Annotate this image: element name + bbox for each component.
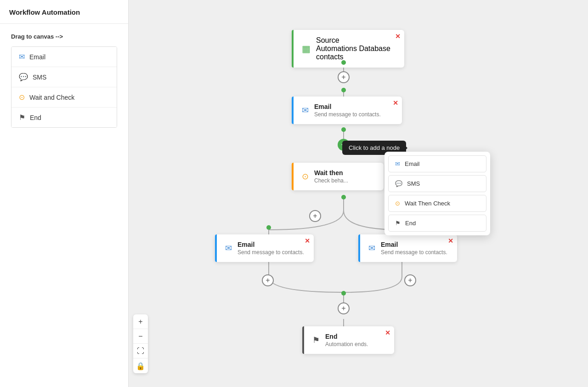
picker-sms[interactable]: 💬 SMS [388, 175, 486, 192]
wait1-text: Wait then Check beha... [314, 169, 348, 184]
sidebar-item-end-label: End [30, 114, 41, 121]
email1-close-button[interactable]: ✕ [393, 99, 398, 107]
sms-icon: 💬 [19, 73, 28, 81]
picker-wait-label: Wait Then Check [405, 200, 450, 207]
email2-text: Email Send message to contacts. [237, 241, 304, 256]
picker-email[interactable]: ✉ Email [388, 155, 486, 172]
email-icon: ✉ [19, 52, 25, 61]
source-node-title: Source [316, 36, 397, 45]
sidebar-item-email[interactable]: ✉ Email [11, 47, 117, 67]
sidebar-items-box: ✉ Email 💬 SMS ⊙ Wait and Check ⚑ End [11, 46, 117, 128]
end1-close-button[interactable]: ✕ [385, 329, 390, 336]
email3-title: Email [381, 241, 447, 248]
wait1-icon: ⊙ [302, 171, 309, 182]
end1-text: End Automation ends. [325, 333, 368, 347]
add-node-btn-left[interactable]: + [309, 210, 321, 222]
tooltip-text: Click to add a node [349, 144, 400, 151]
connector-dot-merge [341, 291, 346, 296]
sidebar-item-sms[interactable]: 💬 SMS [11, 67, 117, 87]
sidebar-item-wait-label: Wait and Check [29, 94, 74, 101]
email-node-1: ✉ Email Send message to contacts. ✕ [292, 97, 402, 124]
picker-sms-icon: 💬 [395, 180, 402, 187]
end1-border [302, 326, 304, 354]
connector-dot-4 [341, 195, 346, 199]
zoom-out-button[interactable]: − [133, 329, 148, 344]
sidebar-item-wait[interactable]: ⊙ Wait and Check [11, 87, 117, 108]
email1-border [292, 97, 294, 124]
email1-subtitle: Send message to contacts. [314, 111, 381, 118]
sidebar-item-sms-label: SMS [33, 74, 46, 81]
canvas-area: ▦ Source Automations Database contacts ✕… [129, 0, 588, 387]
source-node-text: Source Automations Database contacts [316, 36, 397, 61]
email3-border [358, 234, 360, 262]
zoom-controls: + − ⛶ 🔒 [133, 314, 148, 373]
canvas: ▦ Source Automations Database contacts ✕… [129, 0, 588, 387]
picker-end-label: End [405, 220, 416, 227]
sidebar-item-end[interactable]: ⚑ End [11, 108, 117, 127]
connector-dot-5 [266, 225, 271, 230]
source-node-icon: ▦ [302, 43, 311, 54]
drag-label: Drag to canvas --> [0, 24, 128, 46]
app-title: Workflow Automation [0, 0, 128, 24]
add-node-btn-1[interactable]: + [338, 71, 350, 83]
picker-sms-label: SMS [407, 180, 420, 187]
end1-title: End [325, 333, 368, 340]
email2-subtitle: Send message to contacts. [237, 249, 304, 256]
source-node-subtitle: Automations Database contacts [316, 45, 397, 61]
email3-text: Email Send message to contacts. [381, 241, 447, 256]
email1-icon: ✉ [302, 105, 309, 115]
node-picker: ✉ Email 💬 SMS ⊙ Wait Then Check ⚑ End [384, 152, 490, 235]
picker-email-icon: ✉ [395, 160, 400, 167]
wait1-border [292, 163, 294, 190]
wait1-title: Wait then [314, 169, 348, 176]
zoom-lock-button[interactable]: 🔒 [133, 359, 148, 373]
email2-close-button[interactable]: ✕ [305, 237, 310, 245]
email1-title: Email [314, 103, 381, 110]
wait1-subtitle: Check beha... [314, 177, 348, 184]
add-node-btn-left2[interactable]: + [262, 274, 274, 286]
add-node-btn-right2[interactable]: + [404, 274, 416, 286]
email2-icon: ✉ [225, 243, 232, 253]
source-close-button[interactable]: ✕ [395, 33, 401, 40]
email3-icon: ✉ [368, 243, 375, 253]
sidebar: Workflow Automation Drag to canvas --> ✉… [0, 0, 129, 387]
source-node: ▦ Source Automations Database contacts ✕ [292, 30, 404, 68]
wait-node-1: ⊙ Wait then Check beha... [292, 163, 384, 190]
email3-close-button[interactable]: ✕ [448, 237, 453, 245]
end1-icon: ⚑ [312, 335, 320, 345]
sidebar-item-email-label: Email [29, 53, 45, 61]
email2-border [215, 234, 217, 262]
email3-subtitle: Send message to contacts. [381, 249, 447, 256]
email-node-2: ✉ Email Send message to contacts. ✕ [215, 234, 314, 262]
picker-wait[interactable]: ⊙ Wait Then Check [388, 195, 486, 212]
end-node-1: ⚑ End Automation ends. ✕ [302, 326, 394, 354]
picker-email-label: Email [405, 160, 420, 167]
connector-dot-3 [341, 127, 346, 132]
email2-title: Email [237, 241, 304, 248]
end-icon: ⚑ [19, 113, 25, 122]
email-node-3: ✉ Email Send message to contacts. ✕ [358, 234, 457, 262]
connector-dot-1 [341, 60, 346, 65]
end1-subtitle: Automation ends. [325, 341, 368, 347]
zoom-in-button[interactable]: + [133, 314, 148, 329]
source-border [292, 30, 294, 68]
zoom-fit-button[interactable]: ⛶ [133, 344, 148, 359]
connector-dot-2 [341, 88, 346, 92]
email1-text: Email Send message to contacts. [314, 103, 381, 118]
picker-wait-icon: ⊙ [395, 200, 400, 207]
wait-icon: ⊙ [19, 93, 25, 102]
add-node-btn-merge[interactable]: + [338, 302, 350, 314]
picker-end-icon: ⚑ [395, 220, 401, 227]
picker-end[interactable]: ⚑ End [388, 215, 486, 232]
